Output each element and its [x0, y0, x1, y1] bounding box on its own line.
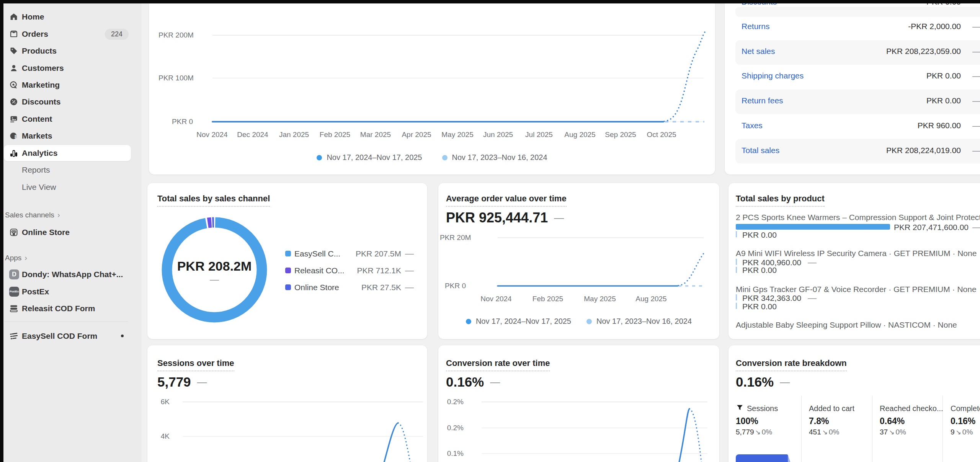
sidebar-item-label: PostEx: [22, 287, 49, 296]
trend-dash: —: [972, 145, 980, 156]
sidebar-item-content[interactable]: Content: [0, 111, 142, 127]
metric-value: -PKR 2,000.00: [847, 22, 961, 31]
x-axis-tick: May 2025: [436, 131, 479, 139]
window-top-edge: [0, 0, 980, 3]
metric-row: Returns -PKR 2,000.00 —: [725, 22, 980, 33]
products-tag-icon: [9, 46, 18, 56]
trend-dash: —: [405, 282, 414, 292]
channel-legend-row[interactable]: Online Store PKR 27.5K —: [147, 282, 427, 293]
x-axis-tick: Jan 2025: [273, 131, 315, 139]
x-axis-tick: Nov 2024: [475, 295, 517, 303]
sidebar-item-easysell[interactable]: EasySell COD Form: [0, 328, 142, 344]
metric-link-shipping-charges[interactable]: Shipping charges: [742, 71, 804, 80]
sidebar-item-home[interactable]: Home: [0, 9, 142, 25]
x-axis-tick: Nov 2024: [191, 131, 233, 139]
legend-item-previous-period[interactable]: Nov 17, 2023–Nov 16, 2024: [586, 317, 692, 326]
sidebar-item-label: Customers: [22, 64, 64, 73]
metric-link-net-sales[interactable]: Net sales: [742, 47, 775, 56]
sales-by-channel-card: Total sales by sales channel PKR 208.2M …: [147, 183, 427, 339]
metric-link-returns[interactable]: Returns: [742, 22, 770, 31]
conversion-rate-over-time-card: Conversion rate over time 0.16% — 0.2% 0…: [438, 345, 719, 462]
legend-dot-icon: [317, 155, 322, 160]
sales-metrics-panel-card: Discounts PKR 0.00 — Returns -PKR 2,000.…: [725, 0, 980, 175]
legend-dot-icon: [442, 155, 448, 160]
sidebar-divider: [5, 322, 128, 322]
funnel-step-detail: 451↘0%: [809, 428, 839, 436]
apps-header[interactable]: Apps›: [5, 253, 27, 263]
sidebar-item-products[interactable]: Products: [0, 43, 142, 59]
x-axis-tick: Mar 2025: [354, 131, 397, 139]
sidebar-item-live-view[interactable]: Live View: [0, 179, 142, 195]
funnel-bar-slope: [788, 454, 794, 462]
legend-swatch-icon: [285, 251, 291, 256]
card-title[interactable]: Total sales by sales channel: [157, 194, 270, 207]
channel-legend-value: PKR 27.5K: [327, 283, 401, 292]
x-axis-tick: Oct 2025: [640, 131, 683, 139]
sidebar-item-dondy[interactable]: D Dondy: WhatsApp Chat+...: [0, 266, 142, 282]
breakdown-rate-value: 0.16%: [736, 374, 774, 390]
metric-value: PKR 0.00: [847, 96, 961, 105]
trend-down-arrow-icon: ↘: [956, 429, 961, 436]
channel-legend-row[interactable]: Releasit CO... PKR 712.1K —: [147, 265, 427, 276]
metric-row: Return fees PKR 0.00 —: [725, 96, 980, 108]
sidebar-item-label: Discounts: [22, 97, 61, 106]
sidebar-item-label: Dondy: WhatsApp Chat+...: [22, 270, 123, 279]
metric-link-return-fees[interactable]: Return fees: [742, 96, 783, 105]
orders-count-badge: 224: [105, 29, 129, 40]
sidebar: Home Orders 224 Products Customers Marke…: [0, 0, 142, 462]
sidebar-item-analytics[interactable]: Analytics: [0, 145, 142, 161]
sales-channels-header[interactable]: Sales channels›: [5, 211, 60, 220]
window-left-edge: [0, 0, 3, 462]
card-title[interactable]: Conversion rate breakdown: [736, 358, 847, 371]
discounts-badge-icon: [9, 97, 18, 106]
sidebar-item-postex[interactable]: PostEx PostEx: [0, 284, 142, 300]
column-divider: [801, 396, 802, 462]
sidebar-item-label: Markets: [22, 131, 52, 140]
sidebar-item-discounts[interactable]: Discounts: [0, 94, 142, 110]
legend-dot-icon: [466, 319, 471, 324]
metric-link-taxes[interactable]: Taxes: [742, 121, 763, 130]
channel-legend-row[interactable]: EasySell C... PKR 207.5M —: [147, 248, 427, 259]
sidebar-item-label: Live View: [22, 183, 56, 192]
x-axis-tick: Jul 2025: [518, 131, 560, 139]
marketing-target-icon: [9, 80, 18, 90]
x-axis-tick: Aug 2025: [559, 131, 601, 139]
svg-text:$: $: [15, 134, 17, 139]
product-name[interactable]: 2 PCS Sports Knee Warmers – Compression …: [736, 213, 980, 222]
card-title[interactable]: Total sales by product: [736, 194, 825, 207]
sidebar-item-marketing[interactable]: Marketing: [0, 77, 142, 93]
metric-link-total-sales[interactable]: Total sales: [742, 146, 779, 155]
trend-dash: —: [972, 70, 980, 81]
legend-item-current-period[interactable]: Nov 17, 2024–Nov 17, 2025: [466, 317, 571, 326]
metric-row: Taxes PKR 960.00 —: [725, 121, 980, 132]
average-order-value-card: Average order value over time PKR 925,44…: [438, 183, 719, 339]
shopify-analytics-dashboard: { "sidebar": { "items": [ {"label": "Hom…: [0, 0, 980, 462]
product-previous-value: PKR 0.00: [742, 266, 777, 275]
product-name[interactable]: A9 Mini WIFI Wireless IP Security Camera…: [736, 249, 977, 258]
metric-value: PKR 960.00: [847, 121, 961, 130]
product-name[interactable]: Adjustable Baby Sleeping Support Pillow …: [736, 320, 957, 330]
trend-dash: —: [972, 21, 980, 32]
trend-dash: —: [972, 46, 980, 57]
online-store-icon: [9, 228, 18, 237]
product-name[interactable]: Mini Gps Tracker GF-07 & Voice Recorder …: [736, 285, 977, 294]
sidebar-item-reports[interactable]: Reports: [0, 162, 142, 178]
x-axis-tick: Apr 2025: [395, 131, 438, 139]
total-sales-line-chart: [149, 0, 715, 175]
trend-dash: —: [972, 95, 980, 106]
legend-item-current-period[interactable]: Nov 17, 2024–Nov 17, 2025: [317, 153, 422, 162]
total-sales-over-time-card: PKR 200M PKR 100M PKR 0 Nov 2024 Dec 202…: [149, 0, 715, 175]
sidebar-item-online-store[interactable]: Online Store: [0, 224, 142, 240]
legend-item-previous-period[interactable]: Nov 17, 2023–Nov 16, 2024: [442, 153, 547, 162]
sidebar-item-customers[interactable]: Customers: [0, 60, 142, 76]
funnel-step-label: Completed chec: [951, 404, 980, 413]
trend-down-arrow-icon: ↘: [889, 429, 894, 436]
postex-app-icon: PostEx: [9, 287, 19, 297]
x-axis-tick: Feb 2025: [527, 295, 569, 303]
sidebar-item-markets[interactable]: $ Markets: [0, 128, 142, 144]
metric-value: PKR 208,223,059.00: [847, 47, 961, 56]
funnel-step-pct: 0.64%: [880, 416, 905, 426]
metric-row: Shipping charges PKR 0.00 —: [725, 71, 980, 83]
sidebar-item-label: EasySell COD Form: [22, 331, 97, 341]
sidebar-item-releasit[interactable]: Releasit COD Form: [0, 300, 142, 317]
